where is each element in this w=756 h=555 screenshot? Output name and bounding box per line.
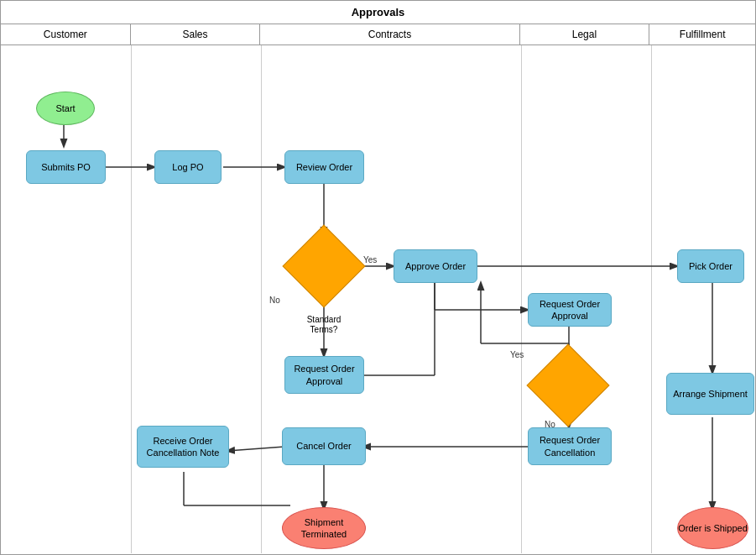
order-is-shipped-node: Order is Shipped [677, 507, 748, 549]
cancel-order-node: Cancel Order [282, 427, 366, 465]
yes-changes-label: Yes [510, 350, 524, 359]
divider-4 [651, 45, 652, 553]
request-order-approval-legal-node: Request Order Approval [528, 293, 612, 327]
approve-order-node: Approve Order [394, 249, 477, 283]
arrows-svg [1, 45, 755, 553]
changes-acceptable-diamond [527, 344, 610, 427]
request-order-cancellation-node: Request Order Cancellation [528, 427, 612, 465]
pick-order-node: Pick Order [677, 249, 744, 283]
diagram-title: Approvals [1, 1, 755, 24]
changes-acceptable-wrapper: ChangesAcceptable? [539, 356, 597, 415]
header-customer: Customer [1, 24, 131, 45]
swimlane-headers: Customer Sales Contracts Legal Fulfillme… [1, 24, 755, 45]
start-node: Start [36, 92, 95, 125]
review-order-node: Review Order [284, 150, 364, 184]
log-po-node: Log PO [154, 150, 222, 184]
arrange-shipment-node: Arrange Shipment [666, 373, 754, 415]
divider-1 [131, 45, 132, 553]
no-standard-label: No [269, 296, 280, 305]
shipment-terminated-node: Shipment Terminated [282, 507, 366, 549]
request-order-approval-contracts-node: Request Order Approval [284, 356, 364, 394]
header-legal: Legal [520, 24, 650, 45]
yes-standard-label: Yes [363, 255, 377, 264]
receive-cancellation-note-node: Receive Order Cancellation Note [137, 426, 229, 468]
header-sales: Sales [131, 24, 261, 45]
standard-terms-diamond-wrapper: StandardTerms? [295, 237, 353, 296]
diagram-container: Approvals Customer Sales Contracts Legal… [0, 0, 756, 555]
header-contracts: Contracts [260, 24, 519, 45]
standard-terms-diamond [283, 225, 366, 308]
divider-3 [521, 45, 522, 553]
divider-2 [261, 45, 262, 553]
svg-line-17 [227, 447, 284, 451]
header-fulfillment: Fulfillment [649, 24, 755, 45]
diagram-body: Start Submits PO Log PO Review Order Sta… [1, 45, 755, 553]
submits-po-node: Submits PO [26, 150, 106, 184]
